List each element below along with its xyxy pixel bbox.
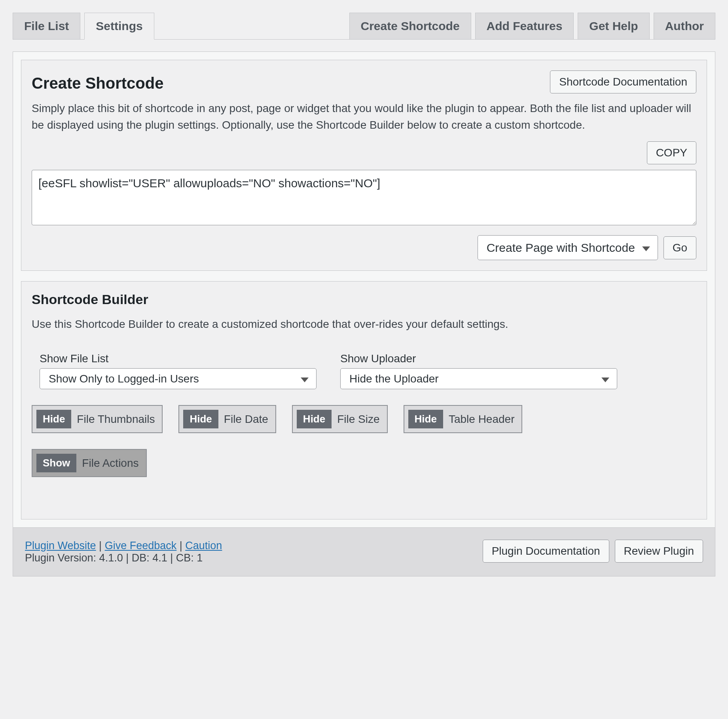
create-shortcode-heading: Create Shortcode — [32, 74, 163, 92]
toggle-file-actions-label: File Actions — [82, 457, 138, 470]
shortcode-builder-panel: Shortcode Builder Use this Shortcode Bui… — [21, 281, 707, 519]
tab-author[interactable]: Author — [654, 13, 715, 39]
footer: Plugin Website | Give Feedback | Caution… — [13, 528, 715, 576]
go-button[interactable]: Go — [664, 236, 696, 259]
tab-file-list[interactable]: File List — [13, 13, 80, 39]
btn-plugin-documentation[interactable]: Plugin Documentation — [483, 540, 609, 563]
toggle-file-thumbnails-pill: Hide — [36, 410, 71, 428]
toggle-file-thumbnails[interactable]: HideFile Thumbnails — [32, 405, 163, 433]
toggle-file-date-pill: Hide — [183, 410, 218, 428]
tab-add-features[interactable]: Add Features — [475, 13, 574, 39]
link-caution[interactable]: Caution — [185, 540, 222, 552]
toggle-table-header-label: Table Header — [449, 413, 515, 426]
toggle-file-actions-pill: Show — [36, 454, 76, 472]
copy-button[interactable]: COPY — [647, 141, 696, 164]
create-shortcode-panel: Create Shortcode Shortcode Documentation… — [21, 60, 707, 271]
main-panel: Create Shortcode Shortcode Documentation… — [13, 51, 715, 528]
builder-heading: Shortcode Builder — [32, 292, 696, 307]
toggle-file-actions[interactable]: ShowFile Actions — [32, 449, 147, 477]
toggle-table-header[interactable]: HideTable Header — [404, 405, 523, 433]
tabs-row: File ListSettings Create ShortcodeAdd Fe… — [13, 13, 715, 40]
show-file-list-label: Show File List — [40, 352, 317, 365]
tab-settings[interactable]: Settings — [84, 13, 154, 40]
tab-create-shortcode[interactable]: Create Shortcode — [349, 13, 471, 39]
version-line: Plugin Version: 4.1.0 | DB: 4.1 | CB: 1 — [25, 552, 222, 564]
builder-description: Use this Shortcode Builder to create a c… — [32, 316, 696, 333]
toggle-table-header-pill: Hide — [408, 410, 443, 428]
link-plugin-website[interactable]: Plugin Website — [25, 540, 96, 552]
link-give-feedback[interactable]: Give Feedback — [105, 540, 177, 552]
toggle-file-thumbnails-label: File Thumbnails — [77, 413, 155, 426]
show-uploader-label: Show Uploader — [340, 352, 617, 365]
shortcode-documentation-button[interactable]: Shortcode Documentation — [550, 70, 696, 93]
create-shortcode-description: Simply place this bit of shortcode in an… — [32, 100, 696, 133]
tab-get-help[interactable]: Get Help — [578, 13, 649, 39]
btn-review-plugin[interactable]: Review Plugin — [615, 540, 703, 563]
show-uploader-select[interactable]: Hide the Uploader — [340, 368, 617, 389]
toggle-file-date-label: File Date — [224, 413, 268, 426]
shortcode-textarea[interactable] — [32, 170, 696, 225]
show-file-list-select[interactable]: Show Only to Logged-in Users — [40, 368, 317, 389]
toggle-file-size-label: File Size — [337, 413, 379, 426]
toggle-file-size-pill: Hide — [297, 410, 332, 428]
create-page-select[interactable]: Create Page with Shortcode — [478, 235, 658, 260]
toggle-file-date[interactable]: HideFile Date — [178, 405, 276, 433]
toggle-file-size[interactable]: HideFile Size — [292, 405, 388, 433]
